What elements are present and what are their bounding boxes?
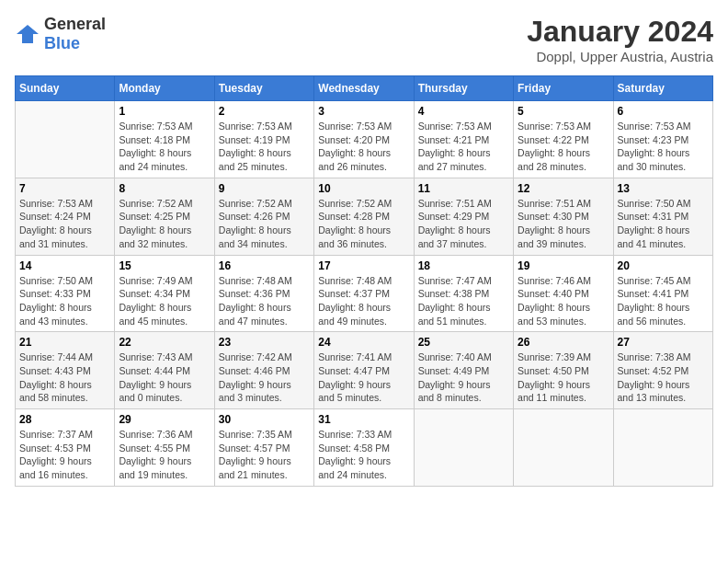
day-number: 6 — [618, 105, 709, 118]
day-info: Sunrise: 7:38 AM Sunset: 4:52 PM Dayligh… — [618, 350, 709, 405]
calendar-cell: 31Sunrise: 7:33 AM Sunset: 4:58 PM Dayli… — [314, 409, 414, 487]
day-number: 25 — [418, 336, 509, 349]
calendar-cell: 14Sunrise: 7:50 AM Sunset: 4:33 PM Dayli… — [16, 255, 115, 332]
day-info: Sunrise: 7:46 AM Sunset: 4:40 PM Dayligh… — [518, 274, 609, 328]
day-info: Sunrise: 7:40 AM Sunset: 4:49 PM Dayligh… — [418, 350, 509, 405]
day-number: 26 — [518, 336, 609, 349]
day-number: 28 — [19, 413, 110, 426]
page-header: General Blue January 2024 Doppl, Upper A… — [15, 15, 713, 64]
day-number: 16 — [219, 259, 310, 272]
day-info: Sunrise: 7:53 AM Sunset: 4:19 PM Dayligh… — [219, 120, 310, 174]
day-info: Sunrise: 7:52 AM Sunset: 4:25 PM Dayligh… — [119, 197, 210, 251]
calendar-cell: 1Sunrise: 7:53 AM Sunset: 4:18 PM Daylig… — [115, 101, 214, 178]
calendar-cell: 4Sunrise: 7:53 AM Sunset: 4:21 PM Daylig… — [414, 101, 513, 178]
day-number: 10 — [318, 182, 409, 195]
day-number: 15 — [119, 259, 210, 272]
day-info: Sunrise: 7:49 AM Sunset: 4:34 PM Dayligh… — [119, 274, 210, 328]
logo-text-general: General — [44, 15, 106, 33]
day-number: 14 — [19, 259, 110, 272]
day-number: 9 — [219, 182, 310, 195]
day-number: 20 — [618, 259, 709, 272]
day-number: 29 — [119, 413, 210, 426]
calendar-cell: 17Sunrise: 7:48 AM Sunset: 4:37 PM Dayli… — [314, 255, 414, 332]
day-info: Sunrise: 7:53 AM Sunset: 4:21 PM Dayligh… — [418, 120, 509, 174]
calendar-cell: 29Sunrise: 7:36 AM Sunset: 4:55 PM Dayli… — [115, 409, 214, 487]
day-info: Sunrise: 7:53 AM Sunset: 4:22 PM Dayligh… — [518, 120, 609, 174]
calendar-week-row: 14Sunrise: 7:50 AM Sunset: 4:33 PM Dayli… — [16, 255, 713, 332]
calendar-cell: 10Sunrise: 7:52 AM Sunset: 4:28 PM Dayli… — [314, 178, 414, 255]
calendar-cell: 25Sunrise: 7:40 AM Sunset: 4:49 PM Dayli… — [414, 332, 513, 409]
day-info: Sunrise: 7:50 AM Sunset: 4:31 PM Dayligh… — [618, 197, 709, 251]
calendar-cell: 11Sunrise: 7:51 AM Sunset: 4:29 PM Dayli… — [414, 178, 513, 255]
day-number: 7 — [19, 182, 110, 195]
title-block: January 2024 Doppl, Upper Austria, Austr… — [527, 15, 713, 64]
logo: General Blue — [15, 15, 106, 53]
day-number: 22 — [119, 336, 210, 349]
weekday-header-friday: Friday — [514, 76, 613, 101]
calendar-cell: 13Sunrise: 7:50 AM Sunset: 4:31 PM Dayli… — [613, 178, 712, 255]
calendar-cell: 2Sunrise: 7:53 AM Sunset: 4:19 PM Daylig… — [214, 101, 313, 178]
calendar-cell: 12Sunrise: 7:51 AM Sunset: 4:30 PM Dayli… — [514, 178, 613, 255]
day-info: Sunrise: 7:48 AM Sunset: 4:36 PM Dayligh… — [219, 274, 310, 328]
day-info: Sunrise: 7:35 AM Sunset: 4:57 PM Dayligh… — [219, 428, 310, 482]
calendar-cell: 15Sunrise: 7:49 AM Sunset: 4:34 PM Dayli… — [115, 255, 214, 332]
day-info: Sunrise: 7:37 AM Sunset: 4:53 PM Dayligh… — [19, 428, 110, 482]
calendar-cell: 28Sunrise: 7:37 AM Sunset: 4:53 PM Dayli… — [16, 409, 115, 487]
weekday-header-thursday: Thursday — [414, 76, 513, 101]
day-info: Sunrise: 7:53 AM Sunset: 4:23 PM Dayligh… — [618, 120, 709, 174]
day-info: Sunrise: 7:47 AM Sunset: 4:38 PM Dayligh… — [418, 274, 509, 328]
calendar-cell: 27Sunrise: 7:38 AM Sunset: 4:52 PM Dayli… — [613, 332, 712, 409]
day-info: Sunrise: 7:43 AM Sunset: 4:44 PM Dayligh… — [119, 350, 210, 405]
day-number: 17 — [318, 259, 409, 272]
logo-text-blue: Blue — [44, 34, 80, 52]
day-info: Sunrise: 7:33 AM Sunset: 4:58 PM Dayligh… — [318, 428, 409, 482]
day-info: Sunrise: 7:41 AM Sunset: 4:47 PM Dayligh… — [318, 350, 409, 405]
day-info: Sunrise: 7:52 AM Sunset: 4:26 PM Dayligh… — [219, 197, 310, 251]
day-info: Sunrise: 7:53 AM Sunset: 4:18 PM Dayligh… — [119, 120, 210, 174]
day-info: Sunrise: 7:44 AM Sunset: 4:43 PM Dayligh… — [19, 350, 110, 405]
day-number: 5 — [518, 105, 609, 118]
svg-marker-0 — [17, 25, 39, 43]
day-info: Sunrise: 7:53 AM Sunset: 4:20 PM Dayligh… — [318, 120, 409, 174]
day-info: Sunrise: 7:50 AM Sunset: 4:33 PM Dayligh… — [19, 274, 110, 328]
day-info: Sunrise: 7:45 AM Sunset: 4:41 PM Dayligh… — [618, 274, 709, 328]
day-number: 30 — [219, 413, 310, 426]
day-number: 23 — [219, 336, 310, 349]
day-info: Sunrise: 7:36 AM Sunset: 4:55 PM Dayligh… — [119, 428, 210, 482]
calendar-header-row: SundayMondayTuesdayWednesdayThursdayFrid… — [16, 76, 713, 101]
calendar-cell: 9Sunrise: 7:52 AM Sunset: 4:26 PM Daylig… — [214, 178, 313, 255]
calendar-cell: 22Sunrise: 7:43 AM Sunset: 4:44 PM Dayli… — [115, 332, 214, 409]
weekday-header-tuesday: Tuesday — [214, 76, 313, 101]
day-info: Sunrise: 7:52 AM Sunset: 4:28 PM Dayligh… — [318, 197, 409, 251]
day-number: 18 — [418, 259, 509, 272]
calendar-cell — [514, 409, 613, 487]
calendar-cell: 3Sunrise: 7:53 AM Sunset: 4:20 PM Daylig… — [314, 101, 414, 178]
calendar-cell: 20Sunrise: 7:45 AM Sunset: 4:41 PM Dayli… — [613, 255, 712, 332]
day-number: 4 — [418, 105, 509, 118]
day-number: 12 — [518, 182, 609, 195]
location-title: Doppl, Upper Austria, Austria — [527, 49, 713, 64]
calendar-week-row: 21Sunrise: 7:44 AM Sunset: 4:43 PM Dayli… — [16, 332, 713, 409]
calendar-cell: 23Sunrise: 7:42 AM Sunset: 4:46 PM Dayli… — [214, 332, 313, 409]
calendar-week-row: 1Sunrise: 7:53 AM Sunset: 4:18 PM Daylig… — [16, 101, 713, 178]
day-info: Sunrise: 7:51 AM Sunset: 4:30 PM Dayligh… — [518, 197, 609, 251]
weekday-header-monday: Monday — [115, 76, 214, 101]
calendar-week-row: 7Sunrise: 7:53 AM Sunset: 4:24 PM Daylig… — [16, 178, 713, 255]
calendar-week-row: 28Sunrise: 7:37 AM Sunset: 4:53 PM Dayli… — [16, 409, 713, 487]
weekday-header-sunday: Sunday — [16, 76, 115, 101]
day-info: Sunrise: 7:53 AM Sunset: 4:24 PM Dayligh… — [19, 197, 110, 251]
weekday-header-saturday: Saturday — [613, 76, 712, 101]
calendar-cell: 18Sunrise: 7:47 AM Sunset: 4:38 PM Dayli… — [414, 255, 513, 332]
day-number: 8 — [119, 182, 210, 195]
calendar-cell: 7Sunrise: 7:53 AM Sunset: 4:24 PM Daylig… — [16, 178, 115, 255]
calendar-cell: 5Sunrise: 7:53 AM Sunset: 4:22 PM Daylig… — [514, 101, 613, 178]
day-number: 1 — [119, 105, 210, 118]
day-number: 3 — [318, 105, 409, 118]
day-number: 24 — [318, 336, 409, 349]
day-number: 31 — [318, 413, 409, 426]
day-number: 19 — [518, 259, 609, 272]
calendar-cell — [16, 101, 115, 178]
calendar-cell: 19Sunrise: 7:46 AM Sunset: 4:40 PM Dayli… — [514, 255, 613, 332]
weekday-header-wednesday: Wednesday — [314, 76, 414, 101]
day-number: 21 — [19, 336, 110, 349]
